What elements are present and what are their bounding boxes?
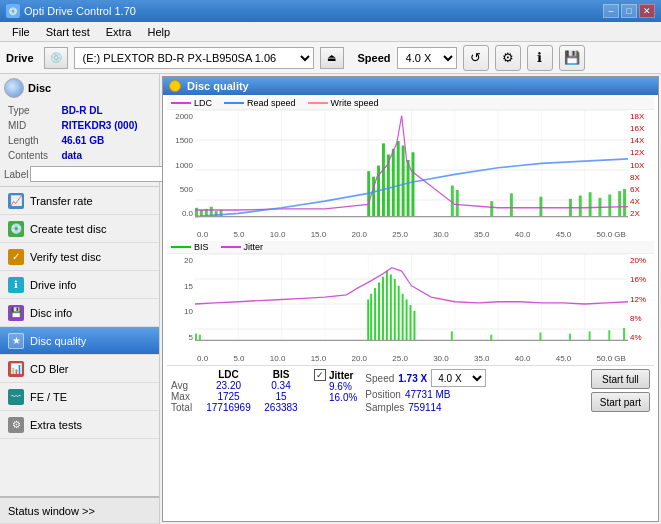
svg-rect-27 [397, 141, 400, 217]
jitter-avg-row: 9.6% [314, 381, 357, 392]
svg-rect-35 [539, 197, 542, 217]
sidebar: Disc Type BD-R DL MID RITEKDR3 (000) Len… [0, 74, 160, 524]
legend-write-speed-label: Write speed [331, 98, 379, 108]
sidebar-item-cd-bler[interactable]: 📊 CD Bler [0, 355, 159, 383]
menu-start-test[interactable]: Start test [38, 24, 98, 40]
bis-col-header: BIS [256, 369, 306, 380]
sidebar-item-disc-info[interactable]: 💾 Disc info [0, 299, 159, 327]
svg-rect-59 [195, 334, 197, 341]
sidebar-item-verify-test-disc[interactable]: ✓ Verify test disc [0, 243, 159, 271]
svg-rect-69 [398, 286, 400, 341]
svg-rect-74 [451, 331, 453, 340]
speed-label: Speed [358, 52, 391, 64]
legend-jitter: Jitter [221, 242, 264, 252]
save-button[interactable]: 💾 [559, 45, 585, 71]
svg-rect-73 [413, 311, 415, 341]
drive-label: Drive [6, 52, 34, 64]
position-val: 47731 MB [405, 389, 451, 400]
legend-read-speed-color [224, 102, 244, 104]
upper-y-axis-right: 18X 16X 14X 12X 10X 8X 6X 4X 2X [628, 110, 654, 230]
lower-y-axis-left: 20 15 10 5 [167, 254, 195, 354]
sidebar-item-fe-te[interactable]: 〰 FE / TE [0, 383, 159, 411]
svg-rect-75 [490, 335, 492, 341]
menu-extra[interactable]: Extra [98, 24, 140, 40]
label-input[interactable] [30, 166, 163, 182]
samples-label: Samples [365, 402, 404, 413]
svg-rect-61 [367, 299, 369, 340]
sidebar-item-status-window[interactable]: Status window >> [0, 496, 159, 524]
ldc-bis-stats: LDC BIS Avg 23.20 0.34 Max 1725 15 [171, 369, 306, 413]
lower-chart-container: 20 15 10 5 [167, 254, 654, 354]
eject-button[interactable]: ⏏ [320, 47, 344, 69]
total-label: Total [171, 402, 201, 413]
bis-max: 15 [256, 391, 306, 402]
disc-info-table: Type BD-R DL MID RITEKDR3 (000) Length 4… [4, 102, 155, 164]
nav-label-disc-info: Disc info [30, 307, 72, 319]
main-layout: Disc Type BD-R DL MID RITEKDR3 (000) Len… [0, 74, 661, 524]
drivebar: Drive 💿 (E:) PLEXTOR BD-R PX-LB950SA 1.0… [0, 42, 661, 74]
titlebar-left: 💿 Opti Drive Control 1.70 [6, 4, 136, 18]
sidebar-item-disc-quality[interactable]: ★ Disc quality [0, 327, 159, 355]
svg-rect-79 [608, 330, 610, 340]
bis-total: 263383 [256, 402, 306, 413]
speed-pos-stats: Speed 1.73 X 4.0 X Position 47731 MB Sam… [365, 369, 486, 413]
jitter-avg: 9.6% [329, 381, 352, 392]
max-label: Max [171, 391, 201, 402]
close-button[interactable]: ✕ [639, 4, 655, 18]
nav-label-transfer-rate: Transfer rate [30, 195, 93, 207]
sidebar-item-transfer-rate[interactable]: 📈 Transfer rate [0, 187, 159, 215]
svg-rect-67 [390, 274, 392, 340]
upper-chart-legend: LDC Read speed Write speed [167, 97, 654, 110]
verify-test-icon: ✓ [8, 249, 24, 265]
type-value: BD-R DL [59, 104, 153, 117]
length-label: Length [6, 134, 57, 147]
jitter-max: 16.0% [329, 392, 357, 403]
svg-rect-60 [199, 335, 201, 341]
fe-te-icon: 〰 [8, 389, 24, 405]
cd-bler-icon: 📊 [8, 361, 24, 377]
legend-ldc-color [171, 102, 191, 104]
menu-help[interactable]: Help [139, 24, 178, 40]
start-part-button[interactable]: Start part [591, 392, 650, 412]
info-button[interactable]: ℹ [527, 45, 553, 71]
svg-rect-34 [510, 193, 513, 216]
svg-rect-66 [386, 271, 388, 340]
svg-rect-20 [220, 210, 223, 217]
legend-bis: BIS [171, 242, 209, 252]
svg-rect-15 [195, 208, 198, 217]
drive-icon-btn[interactable]: 💿 [44, 47, 68, 69]
svg-rect-70 [402, 294, 404, 341]
minimize-button[interactable]: – [603, 4, 619, 18]
sidebar-nav: 📈 Transfer rate 💿 Create test disc ✓ Ver… [0, 187, 159, 524]
sidebar-item-extra-tests[interactable]: ⚙ Extra tests [0, 411, 159, 439]
speed-stat-select[interactable]: 4.0 X [431, 369, 486, 387]
drive-select[interactable]: (E:) PLEXTOR BD-R PX-LB950SA 1.06 [74, 47, 314, 69]
create-test-icon: 💿 [8, 221, 24, 237]
svg-rect-68 [394, 279, 396, 340]
svg-rect-30 [412, 152, 415, 216]
speed-row: Speed 1.73 X 4.0 X [365, 369, 486, 387]
settings-button[interactable]: ⚙ [495, 45, 521, 71]
svg-rect-65 [382, 277, 384, 341]
menu-file[interactable]: File [4, 24, 38, 40]
disc-header: Disc [4, 78, 155, 98]
svg-rect-33 [490, 201, 493, 217]
svg-rect-71 [406, 299, 408, 340]
speed-select[interactable]: 4.0 X [397, 47, 457, 69]
refresh-button[interactable]: ↺ [463, 45, 489, 71]
disc-info-icon: 💾 [8, 305, 24, 321]
app-icon: 💿 [6, 4, 20, 18]
svg-rect-62 [370, 294, 372, 341]
sidebar-item-create-test-disc[interactable]: 💿 Create test disc [0, 215, 159, 243]
nav-label-extra-tests: Extra tests [30, 419, 82, 431]
svg-rect-42 [623, 189, 626, 217]
svg-rect-78 [589, 331, 591, 340]
jitter-checkbox[interactable]: ✓ [314, 369, 326, 381]
svg-rect-41 [618, 191, 621, 217]
titlebar-controls[interactable]: – □ ✕ [603, 4, 655, 18]
maximize-button[interactable]: □ [621, 4, 637, 18]
start-full-button[interactable]: Start full [591, 369, 650, 389]
chart-title-icon [169, 80, 181, 92]
sidebar-item-drive-info[interactable]: ℹ Drive info [0, 271, 159, 299]
speed-stat-label: Speed [365, 373, 394, 384]
